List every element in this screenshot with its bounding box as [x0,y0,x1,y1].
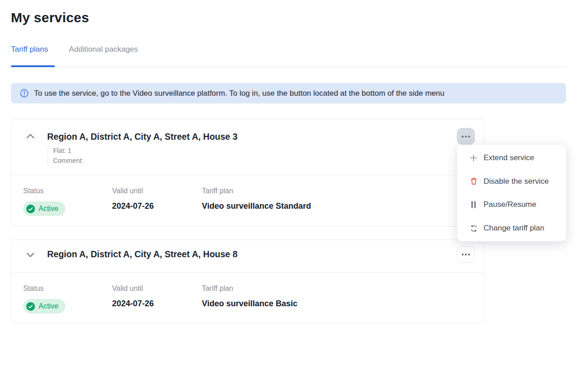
status-badge: Active [23,299,65,314]
service-card-header: Region A, District A, City A, Street A, … [11,119,484,175]
valid-until-value: 2024-07-26 [112,299,202,309]
service-summary: Status Active Valid until 2024-07-26 Tar… [11,175,484,227]
ellipsis-icon [462,254,464,255]
status-badge: Active [23,201,65,216]
tab-additional-packages[interactable]: Additional packages [69,45,138,54]
pause-icon [469,200,478,209]
menu-item-label: Change tariff plan [484,224,544,233]
service-details: Flat: 1 Comment: [48,146,83,166]
tariff-plan-value: Video surveillance Standard [202,201,311,211]
status-label: Status [23,187,112,195]
status-value: Active [39,302,59,310]
menu-item-pause-resume[interactable]: Pause/Resume [457,193,566,217]
tariff-plan-label: Tariff plan [202,187,311,195]
service-card-house-3: Region A, District A, City A, Street A, … [11,119,484,227]
service-comment: Comment: [53,156,83,166]
active-tab-indicator [11,65,55,67]
more-actions-button[interactable] [457,128,475,145]
refresh-icon [469,224,478,233]
tab-bar: Tariff plans Additional packages [11,45,138,54]
menu-item-disable-service[interactable]: Disable the service [457,170,566,193]
info-circle-icon [20,89,29,98]
status-label: Status [23,284,112,293]
valid-until-label: Valid until [112,187,202,195]
service-card-house-8: Region A, District A, City A, Street A, … [11,240,484,324]
check-circle-icon [26,302,35,311]
expand-button[interactable] [25,250,36,260]
plus-icon [469,153,478,162]
menu-item-extend-service[interactable]: Extend service [457,146,566,170]
check-circle-icon [26,205,35,213]
more-actions-button[interactable] [457,246,475,263]
service-flat: Flat: 1 [53,146,83,156]
ellipsis-icon [462,136,464,137]
service-card-header: Region A, District A, City A, Street A, … [11,240,484,272]
chevron-up-icon [25,132,36,141]
service-address: Region A, District A, City A, Street A, … [47,132,238,142]
status-value: Active [39,205,59,213]
info-banner-text: To use the service, go to the Video surv… [34,89,445,98]
trash-icon [469,177,478,186]
tab-tariff-plans[interactable]: Tariff plans [11,45,48,54]
info-banner: To use the service, go to the Video surv… [11,83,566,103]
valid-until-label: Valid until [112,284,202,293]
menu-item-label: Pause/Resume [484,200,536,209]
menu-item-label: Extend service [484,153,534,162]
menu-item-change-tariff-plan[interactable]: Change tariff plan [457,216,566,240]
actions-dropdown-menu: Extend service Disable the service Pause… [457,145,566,241]
valid-until-value: 2024-07-26 [112,201,202,211]
tariff-plan-label: Tariff plan [202,284,298,293]
service-summary: Status Active Valid until 2024-07-26 Tar… [11,272,484,324]
menu-item-label: Disable the service [484,177,549,186]
tariff-plan-value: Video surveillance Basic [202,299,298,309]
service-address: Region A, District A, City A, Street A, … [47,249,238,260]
collapse-button[interactable] [25,132,36,141]
tab-divider [11,67,566,67]
page-title: My services [11,10,89,25]
chevron-down-icon [25,250,36,260]
